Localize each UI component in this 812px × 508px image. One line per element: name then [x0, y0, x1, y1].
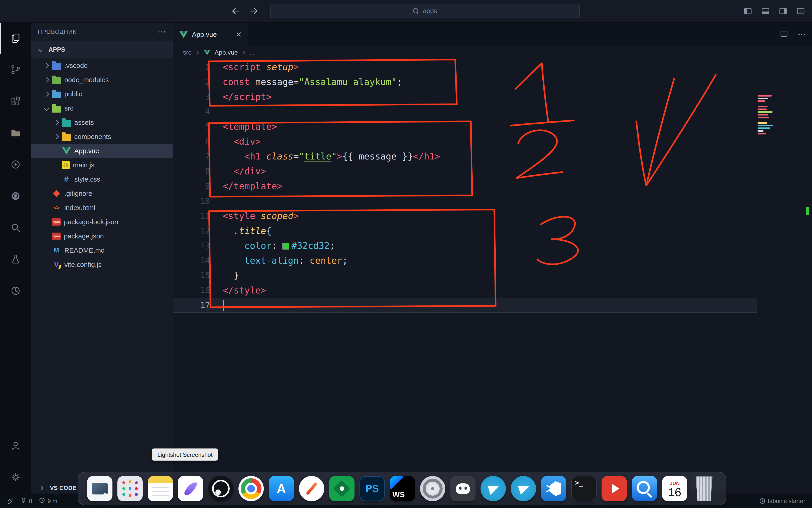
workspace-section-header[interactable]: APPS	[31, 41, 173, 58]
back-arrow-icon[interactable]	[231, 6, 241, 17]
code-line-3[interactable]: 3</script>	[173, 89, 757, 104]
toggle-sidebar-left-icon[interactable]	[743, 6, 753, 17]
chevron-right-icon[interactable]	[41, 78, 52, 82]
code-line-10[interactable]: 10	[173, 194, 757, 208]
tree-item-.gitignore[interactable]: .gitignore	[31, 186, 173, 201]
dock-chrome[interactable]	[238, 476, 264, 501]
breadcrumb-src[interactable]: src	[183, 49, 191, 56]
file-label: src	[64, 104, 73, 112]
code-line-15[interactable]: 15 }	[173, 268, 757, 283]
code-line-5[interactable]: 5<template>	[173, 119, 757, 134]
tree-item-index.html[interactable]: <>index.html	[31, 201, 173, 215]
activity-item-github[interactable]	[0, 181, 31, 212]
dock-pen-app[interactable]	[299, 476, 324, 501]
split-editor-icon[interactable]	[779, 29, 788, 39]
tree-item-package.json[interactable]: npmpackage.json	[31, 229, 173, 243]
code-line-12[interactable]: 12 .title{	[173, 223, 757, 238]
activity-item-settings[interactable]	[0, 462, 31, 494]
tree-item-App.vue[interactable]: App.vue	[31, 144, 173, 158]
code-line-7[interactable]: 7 <h1 class="title">{{ message }}</h1>	[173, 149, 757, 164]
tree-item-src[interactable]: src	[31, 101, 173, 115]
tabnine-status[interactable]: tabnine starter	[760, 498, 805, 505]
problems-count: 0	[29, 498, 32, 505]
activity-item-explorer[interactable]	[0, 23, 31, 54]
dock-calendar[interactable]: JUN16	[662, 476, 687, 501]
chevron-right-icon[interactable]	[51, 135, 62, 138]
code-line-1[interactable]: 1<script setup>	[173, 59, 757, 75]
breadcrumb-file[interactable]: App.vue	[215, 49, 238, 56]
activity-item-account[interactable]	[0, 430, 31, 462]
tree-item-style.css[interactable]: #style.css	[31, 172, 173, 186]
dock-system-settings[interactable]	[420, 476, 445, 501]
tree-item-assets[interactable]: assets	[31, 115, 173, 129]
dock-webstorm[interactable]: WS	[390, 476, 415, 501]
activity-item-extensions[interactable]	[0, 86, 31, 118]
chevron-down-icon[interactable]	[41, 107, 52, 110]
forward-arrow-icon[interactable]	[249, 6, 259, 17]
dock-arrow-app[interactable]	[602, 476, 627, 501]
editor-more-actions-icon[interactable]	[799, 33, 806, 35]
minimap[interactable]	[758, 95, 780, 136]
problems-indicator[interactable]: 0	[20, 497, 32, 505]
dock-magnifier-app[interactable]	[632, 476, 657, 501]
chevron-down-icon	[35, 48, 45, 51]
file-label: App.vue	[74, 147, 99, 155]
dock-screenshot-app[interactable]	[87, 476, 112, 501]
code-line-4[interactable]: 4	[173, 104, 757, 119]
tab-app-vue[interactable]: App.vue	[173, 23, 248, 46]
dock-launchpad[interactable]	[117, 476, 143, 501]
code-line-8[interactable]: 8 </div>	[173, 164, 757, 179]
tree-item-main.js[interactable]: JSmain.js	[31, 158, 173, 172]
tree-item-node_modules[interactable]: node_modules	[31, 73, 173, 87]
close-icon[interactable]	[235, 31, 242, 38]
code-line-17[interactable]: 17	[173, 298, 757, 313]
dock-notes[interactable]	[148, 476, 173, 501]
rocket-icon[interactable]	[7, 498, 13, 504]
activity-item-source-control[interactable]	[0, 54, 31, 86]
dock-lightshot[interactable]	[178, 476, 203, 501]
tree-item-components[interactable]: components	[31, 129, 173, 144]
chevron-right-icon[interactable]	[41, 92, 52, 96]
dock-discord[interactable]	[450, 476, 475, 501]
line-number: 10	[173, 194, 223, 208]
code-line-11[interactable]: 11<style scoped>	[173, 208, 757, 223]
activity-item-testing[interactable]	[0, 244, 31, 276]
activity-item-file-manager[interactable]	[0, 118, 31, 149]
command-search-box[interactable]: apps	[270, 4, 580, 18]
tree-item-vite.config.js[interactable]: Vvite.config.js	[31, 257, 173, 271]
dock-obs[interactable]	[208, 476, 233, 501]
dock-photoshop[interactable]: PS	[359, 476, 385, 501]
file-label: package-lock.json	[64, 218, 118, 226]
dock-vscode[interactable]	[541, 476, 566, 501]
activity-item-search[interactable]	[0, 212, 31, 244]
dock-telegram[interactable]	[480, 476, 506, 501]
code-line-2[interactable]: 2const message="Assalamu alaykum";	[173, 75, 757, 89]
customize-layout-icon[interactable]	[796, 6, 806, 17]
dock-telegram-2[interactable]	[511, 476, 536, 501]
code-line-13[interactable]: 13 color: #32cd32;	[173, 238, 757, 253]
code-line-9[interactable]: 9</template>	[173, 179, 757, 194]
code-line-14[interactable]: 14 text-align: center;	[173, 253, 757, 268]
dock-app-store[interactable]: A	[269, 476, 294, 501]
dock-terminal[interactable]: >_	[571, 476, 596, 501]
run-icon	[10, 159, 22, 171]
breadcrumb-symbol[interactable]: ...	[249, 49, 255, 56]
activity-item-run[interactable]	[0, 149, 31, 181]
activity-item-history[interactable]	[0, 276, 31, 307]
dock-trash[interactable]	[692, 476, 716, 501]
code-line-6[interactable]: 6 <div>	[173, 134, 757, 149]
chevron-right-icon[interactable]	[51, 121, 62, 124]
code-text: <h1 class="title">{{ message }}</h1>	[223, 149, 757, 164]
folder-assets-icon	[62, 120, 71, 127]
tree-item-package-lock.json[interactable]: npmpackage-lock.json	[31, 215, 173, 229]
code-line-16[interactable]: 16</style>	[173, 283, 757, 298]
timer-indicator[interactable]: 9 m	[39, 497, 57, 505]
more-actions-icon[interactable]	[158, 31, 166, 33]
toggle-sidebar-right-icon[interactable]	[778, 6, 788, 17]
toggle-panel-bottom-icon[interactable]	[761, 6, 770, 17]
chevron-right-icon[interactable]	[41, 64, 52, 68]
tree-item-public[interactable]: public	[31, 87, 173, 101]
tree-item-.vscode[interactable]: .vscode	[31, 58, 173, 73]
tree-item-README.md[interactable]: MREADME.md	[31, 243, 173, 257]
dock-quran-app[interactable]	[329, 476, 354, 501]
